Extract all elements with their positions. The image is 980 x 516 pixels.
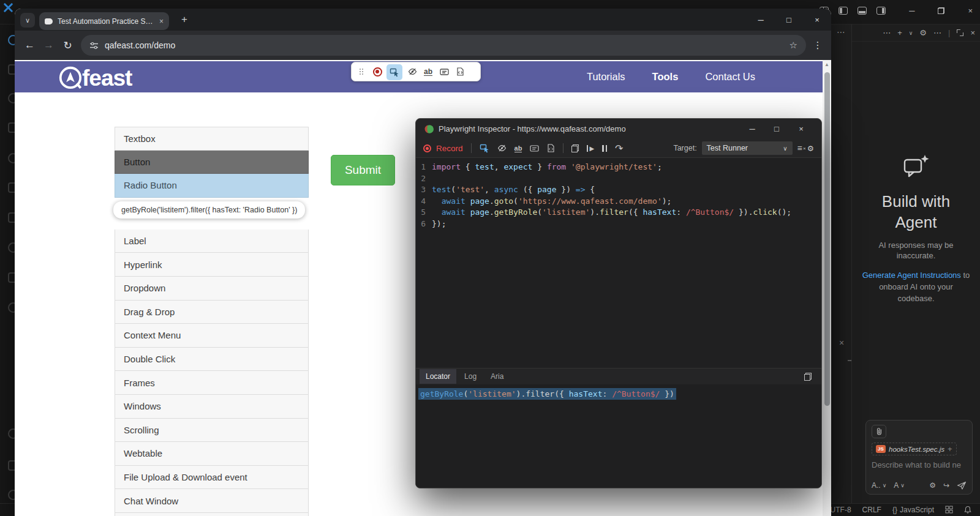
pick-locator-icon[interactable] <box>386 64 402 80</box>
browser-close-button[interactable]: × <box>803 15 831 24</box>
assert-text-icon[interactable]: ab <box>514 144 522 152</box>
tab-close-icon[interactable]: × <box>159 17 164 26</box>
list-item[interactable]: Drag & Drop <box>115 301 309 324</box>
site-settings-icon[interactable] <box>89 42 99 50</box>
vscode-close-button[interactable]: × <box>968 6 973 15</box>
nav-link[interactable]: Contact Us <box>705 71 755 83</box>
new-tab-button[interactable]: + <box>181 13 187 26</box>
add-context-icon[interactable]: + <box>948 444 952 454</box>
qfeast-logo[interactable]: feast <box>58 64 132 92</box>
list-item[interactable]: Context Menu <box>115 324 309 348</box>
list-item[interactable]: Hyperlink <box>115 253 309 277</box>
chat-mode-selector[interactable]: A.. ∨ <box>872 481 886 490</box>
pick-locator-icon[interactable] <box>480 143 489 153</box>
list-item[interactable]: Textbox <box>115 127 309 151</box>
list-item[interactable]: Label <box>115 230 309 253</box>
browser-minimize-button[interactable]: ─ <box>747 15 775 24</box>
bell-icon[interactable] <box>964 506 971 514</box>
drag-handle-icon[interactable] <box>356 62 366 81</box>
assert-snapshot-icon[interactable] <box>453 62 467 81</box>
list-item[interactable]: Chat Window <box>115 489 309 513</box>
record-toggle-icon[interactable] <box>370 62 385 81</box>
inspector-code-editor[interactable]: 1 import { test, expect } from '@playwri… <box>416 158 821 368</box>
toggle-primary-sidebar-icon[interactable] <box>839 7 848 15</box>
back-button[interactable]: ← <box>20 39 39 51</box>
submit-button[interactable]: Submit <box>331 155 395 185</box>
locator-panel[interactable]: getByRole('listitem').filter({ hasText: … <box>416 384 821 488</box>
copy-locator-icon[interactable] <box>804 373 812 381</box>
chat-more-icon[interactable]: ⋯ <box>883 28 891 37</box>
settings-gear-icon[interactable]: ⚙ <box>807 144 814 153</box>
attach-context-button[interactable] <box>872 425 886 438</box>
record-button[interactable]: Record <box>423 144 463 153</box>
list-item[interactable]: Radio Button <box>115 174 309 198</box>
toggle-panel-icon[interactable] <box>858 7 867 15</box>
copy-code-icon[interactable] <box>571 144 579 152</box>
assert-value-icon[interactable] <box>530 144 539 152</box>
vscode-minimize-button[interactable]: ─ <box>909 6 914 15</box>
browser-maximize-button[interactable]: □ <box>775 15 803 24</box>
statusbar-eol[interactable]: CRLF <box>862 506 881 514</box>
scrollbar-thumb[interactable] <box>824 72 830 406</box>
list-item[interactable]: Double Click <box>115 348 309 372</box>
chat-maximize-icon[interactable] <box>957 29 963 36</box>
grid-icon[interactable] <box>945 506 953 514</box>
page-scrollbar[interactable]: ▲ <box>823 60 831 516</box>
assert-visibility-icon[interactable] <box>405 62 420 81</box>
target-select[interactable]: Test Runner ∨ <box>702 141 793 155</box>
assert-value-icon[interactable] <box>437 62 451 81</box>
inspector-close-button[interactable]: × <box>789 124 813 133</box>
assert-text-icon[interactable]: ab <box>421 62 435 81</box>
inspector-maximize-button[interactable]: □ <box>764 124 789 133</box>
inspector-tab[interactable]: Log <box>458 369 483 384</box>
browser-menu-icon[interactable]: ⋮ <box>810 40 826 51</box>
clear-log-icon[interactable]: ≡× <box>797 145 802 151</box>
chat-overflow-icon[interactable]: ⋯ <box>933 28 941 37</box>
url-text[interactable]: qafeast.com/demo <box>105 40 783 50</box>
chat-settings-gear-icon[interactable]: ⚙ <box>919 28 927 37</box>
inspector-tab[interactable]: Aria <box>484 369 510 384</box>
list-item[interactable]: Scrolling <box>115 419 309 443</box>
list-item[interactable] <box>115 513 309 516</box>
inspector-minimize-button[interactable]: ─ <box>740 124 764 133</box>
list-item[interactable]: Windows <box>115 395 309 419</box>
chat-tools-icon[interactable]: ⚙ <box>929 481 936 490</box>
statusbar-language[interactable]: {} JavaScript <box>892 506 934 514</box>
reload-button[interactable]: ↻ <box>58 39 77 52</box>
assert-visibility-icon[interactable] <box>497 144 507 152</box>
nav-link[interactable]: Tutorials <box>587 71 625 83</box>
vscode-restore-button[interactable] <box>938 7 944 14</box>
send-icon[interactable] <box>957 481 967 490</box>
resume-icon[interactable]: ▶ <box>587 145 594 152</box>
chat-close-icon[interactable]: × <box>970 28 975 37</box>
inspector-tab[interactable]: Locator <box>420 369 456 384</box>
nav-link[interactable]: Tools <box>652 71 679 83</box>
locator-expression[interactable]: getByRole('listitem').filter({ hasText: … <box>418 388 676 400</box>
list-item[interactable]: Frames <box>115 371 309 395</box>
chat-input-box[interactable]: JS hooksTest.spec.js + Describe what to … <box>865 420 973 495</box>
pause-icon[interactable] <box>602 145 607 152</box>
generate-agent-instructions-link[interactable]: Generate Agent Instructions <box>862 271 961 280</box>
step-over-icon[interactable]: ↷ <box>615 143 623 154</box>
toggle-secondary-sidebar-icon[interactable] <box>876 7 886 15</box>
chat-input-placeholder[interactable]: Describe what to build ne <box>872 460 967 469</box>
chat-redirect-icon[interactable]: ↪ <box>943 481 949 490</box>
background-close-icon[interactable]: × <box>839 338 844 348</box>
tab-search-button[interactable]: ∨ <box>20 13 35 28</box>
new-chat-chevron-icon[interactable]: ∨ <box>909 30 913 36</box>
editor-actions-more-icon[interactable]: ⋯ <box>837 27 845 37</box>
address-bar[interactable]: qafeast.com/demo ☆ <box>81 35 806 56</box>
bookmark-star-icon[interactable]: ☆ <box>790 40 797 51</box>
chat-model-selector[interactable]: A ∨ <box>894 481 905 490</box>
browser-tab[interactable]: Test Automation Practice Site | S × <box>39 12 169 30</box>
list-item[interactable]: File Upload & Download event <box>115 466 309 490</box>
list-item[interactable]: Button <box>115 151 309 174</box>
scrollbar-up-icon[interactable]: ▲ <box>823 62 831 67</box>
new-chat-icon[interactable]: + <box>897 28 902 37</box>
statusbar-encoding[interactable]: UTF-8 <box>831 506 851 514</box>
assert-snapshot-icon[interactable] <box>547 144 555 152</box>
list-item[interactable]: Webtable <box>115 442 309 466</box>
forward-button[interactable]: → <box>39 39 58 51</box>
list-item[interactable]: Dropdown <box>115 277 309 301</box>
attached-file-chip[interactable]: JS hooksTest.spec.js + <box>872 443 957 455</box>
